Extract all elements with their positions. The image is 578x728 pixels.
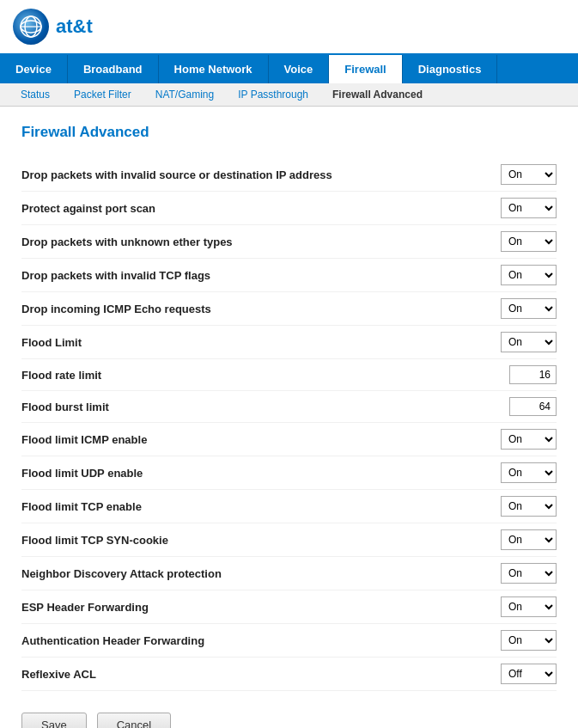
save-button[interactable]: Save (21, 713, 87, 728)
setting-label: Drop incoming ICMP Echo requests (21, 303, 488, 315)
setting-control: OnOff (488, 496, 557, 517)
setting-label: Flood limit ICMP enable (21, 433, 488, 446)
nav-item-firewall[interactable]: Firewall (329, 55, 402, 83)
att-logo (13, 9, 49, 45)
setting-select-11[interactable]: OnOff (501, 529, 557, 550)
setting-control: OnOff (488, 332, 557, 352)
cancel-button[interactable]: Cancel (97, 713, 171, 728)
setting-label: Flood burst limit (21, 401, 488, 413)
subnav-item-nat/gaming[interactable]: NAT/Gaming (143, 83, 226, 106)
settings-row: Flood rate limit (21, 359, 557, 391)
nav-item-broadband[interactable]: Broadband (68, 55, 159, 83)
setting-input-7[interactable] (509, 397, 557, 416)
setting-select-13[interactable]: OnOff (501, 596, 557, 617)
setting-select-10[interactable]: OnOff (501, 496, 557, 517)
settings-row: ESP Header ForwardingOnOff (21, 590, 557, 624)
header: at&t (0, 0, 578, 55)
settings-row: Protect against port scanOnOff (21, 192, 557, 225)
top-nav: DeviceBroadbandHome NetworkVoiceFirewall… (0, 55, 578, 83)
settings-table: Drop packets with invalid source or dest… (21, 158, 557, 691)
setting-label: Protect against port scan (21, 202, 488, 215)
settings-row: Flood burst limit (21, 391, 557, 423)
settings-row: Flood limit TCP SYN-cookieOnOff (21, 523, 557, 557)
settings-row: Reflexive ACLOnOff (21, 658, 557, 691)
settings-row: Flood LimitOnOff (21, 326, 557, 359)
setting-select-15[interactable]: OnOff (501, 664, 557, 684)
setting-control: OnOff (488, 265, 557, 285)
nav-item-device[interactable]: Device (0, 55, 68, 83)
setting-control: OnOff (488, 563, 557, 584)
setting-control: OnOff (488, 164, 557, 185)
setting-label: Drop packets with invalid TCP flags (21, 269, 488, 282)
nav-item-voice[interactable]: Voice (269, 55, 330, 83)
subnav-item-firewall-advanced[interactable]: Firewall Advanced (320, 83, 435, 106)
setting-control: OnOff (488, 664, 557, 684)
setting-select-4[interactable]: OnOff (501, 298, 557, 319)
settings-row: Flood limit TCP enableOnOff (21, 490, 557, 523)
setting-label: Flood rate limit (21, 369, 488, 382)
setting-control: OnOff (488, 529, 557, 550)
setting-label: Drop packets with unknown ether types (21, 236, 488, 248)
setting-label: Flood limit TCP enable (21, 500, 488, 513)
subnav-item-status[interactable]: Status (9, 83, 62, 106)
setting-select-0[interactable]: OnOff (501, 164, 557, 185)
nav-item-diagnostics[interactable]: Diagnostics (403, 55, 498, 83)
setting-select-14[interactable]: OnOff (501, 630, 557, 651)
setting-label: Reflexive ACL (21, 668, 488, 681)
setting-label: ESP Header Forwarding (21, 601, 488, 614)
setting-label: Neighbor Discovery Attack protection (21, 567, 488, 580)
setting-select-1[interactable]: OnOff (501, 198, 557, 218)
setting-select-5[interactable]: OnOff (501, 332, 557, 352)
setting-label: Flood limit TCP SYN-cookie (21, 534, 488, 547)
settings-row: Drop packets with invalid source or dest… (21, 158, 557, 192)
setting-label: Flood Limit (21, 336, 488, 349)
setting-control: OnOff (488, 462, 557, 483)
settings-row: Neighbor Discovery Attack protectionOnOf… (21, 557, 557, 590)
setting-label: Authentication Header Forwarding (21, 634, 488, 647)
settings-row: Drop incoming ICMP Echo requestsOnOff (21, 292, 557, 326)
settings-row: Flood limit UDP enableOnOff (21, 456, 557, 490)
setting-control: OnOff (488, 596, 557, 617)
setting-control: OnOff (488, 198, 557, 218)
setting-input-6[interactable] (509, 365, 557, 384)
button-row: Save Cancel (21, 713, 557, 728)
setting-select-8[interactable]: OnOff (501, 429, 557, 450)
setting-control: OnOff (488, 231, 557, 252)
setting-control: OnOff (488, 429, 557, 450)
subnav-item-packet-filter[interactable]: Packet Filter (62, 83, 143, 106)
setting-control (488, 397, 557, 416)
settings-row: Drop packets with unknown ether typesOnO… (21, 225, 557, 259)
brand-name: at&t (56, 15, 93, 38)
setting-select-9[interactable]: OnOff (501, 462, 557, 483)
setting-control (488, 365, 557, 384)
setting-select-12[interactable]: OnOff (501, 563, 557, 584)
setting-select-3[interactable]: OnOff (501, 265, 557, 285)
setting-control: OnOff (488, 298, 557, 319)
sub-nav: StatusPacket FilterNAT/GamingIP Passthro… (0, 83, 578, 107)
setting-select-2[interactable]: OnOff (501, 231, 557, 252)
settings-row: Drop packets with invalid TCP flagsOnOff (21, 259, 557, 292)
nav-item-home-network[interactable]: Home Network (159, 55, 269, 83)
page-title: Firewall Advanced (21, 124, 557, 141)
settings-row: Authentication Header ForwardingOnOff (21, 624, 557, 658)
main-content: Firewall Advanced Drop packets with inva… (0, 107, 578, 728)
setting-label: Drop packets with invalid source or dest… (21, 168, 488, 181)
setting-label: Flood limit UDP enable (21, 467, 488, 480)
subnav-item-ip-passthrough[interactable]: IP Passthrough (226, 83, 320, 106)
settings-row: Flood limit ICMP enableOnOff (21, 423, 557, 456)
setting-control: OnOff (488, 630, 557, 651)
